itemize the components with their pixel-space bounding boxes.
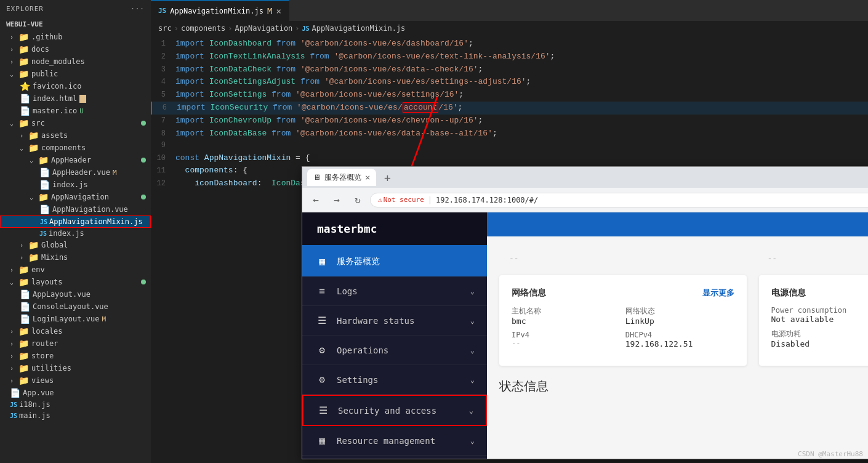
sidebar-item-assets[interactable]: ›📁assets — [0, 129, 151, 142]
top-empty-row: -- -- — [499, 249, 868, 268]
breadcrumb-filename[interactable]: AppNavigationMixin.js — [312, 24, 406, 33]
sidebar-item-locales[interactable]: ›📁locales — [0, 325, 151, 337]
network-title-text: 网络信息 — [512, 288, 546, 299]
sidebar-item-mixins[interactable]: ›📁Mixins — [0, 251, 151, 264]
security-icon: ☰ — [316, 405, 331, 416]
resource-icon: ▦ — [315, 435, 329, 446]
logs-chevron-icon: ⌄ — [470, 287, 475, 296]
browser-content: masterbmc ▦ 服务器概览 ≡ Logs ⌄ ☰ Hardware st… — [302, 212, 868, 459]
sidebar-item-appnavigationmixin[interactable]: JSAppNavigationMixin.js — [0, 215, 151, 228]
sidebar-item-global[interactable]: ›📁Global — [0, 239, 151, 251]
power-consumption-value: Not available — [771, 315, 869, 324]
root-folder: WEBUI-VUE — [0, 18, 151, 31]
tab-bar: JS AppNavigationMixin.js M × — [151, 0, 868, 22]
code-editor: JS AppNavigationMixin.js M × src › compo… — [151, 0, 868, 463]
bmc-nav-logs[interactable]: ≡ Logs ⌄ — [302, 276, 487, 306]
sidebar-item-consolelayout[interactable]: 📄ConsoleLayout.vue — [0, 300, 151, 313]
bmc-nav-operations[interactable]: ⚙ Operations ⌄ — [302, 336, 487, 365]
settings-label: Settings — [337, 375, 378, 385]
browser-tab-label: 服务器概览 — [324, 172, 361, 183]
resource-chevron-icon: ⌄ — [470, 437, 475, 445]
explorer-dots[interactable]: ··· — [131, 5, 145, 13]
browser-tab-close[interactable]: × — [365, 172, 370, 182]
src-modified-dot — [141, 121, 146, 126]
network-info-card: 网络信息 显示更多 主机名称 bmc 网络状态 — [499, 275, 747, 366]
sidebar-item-appnav-index[interactable]: JSindex.js — [0, 228, 151, 239]
sidebar-item-index-html[interactable]: 📄index.html M — [0, 92, 151, 105]
explorer-header: EXPLORER ··· — [0, 0, 151, 18]
tab-appnavigationmixin[interactable]: JS AppNavigationMixin.js M × — [151, 0, 289, 21]
watermark: CSDN @MasterHu88 — [798, 450, 863, 458]
tab-modified-indicator: M — [267, 6, 272, 16]
power-usage-value: Disabled — [771, 339, 869, 348]
sidebar-item-views[interactable]: ›📁views — [0, 374, 151, 387]
sidebar-item-appheader-index[interactable]: 📄index.js — [0, 179, 151, 191]
sidebar-item-i18n[interactable]: JSi18n.js — [0, 399, 151, 410]
sidebar-item-main[interactable]: JSmain.js — [0, 410, 151, 421]
sidebar-item-utilities[interactable]: ›📁utilities — [0, 362, 151, 374]
status-section: 状态信息 — [499, 378, 868, 395]
insecure-warning: ⚠ Not secure — [378, 196, 424, 204]
browser-tab-bar: 🖥 服务器概览 × + — [302, 167, 868, 188]
breadcrumb: src › components › AppNavigation › JS Ap… — [151, 22, 868, 35]
sidebar-item-appnavigation-vue[interactable]: 📄AppNavigation.vue — [0, 203, 151, 215]
power-consumption-label: Power consumption — [771, 306, 869, 315]
code-line-8: 8 import IconDataBase from '@carbon/icon… — [151, 127, 868, 140]
sidebar-item-app-vue[interactable]: 📄App.vue — [0, 387, 151, 399]
code-line-1: 1 import IconDashboard from '@carbon/ico… — [151, 38, 868, 50]
browser-back-button[interactable]: ← — [307, 191, 324, 209]
code-line-2: 2 import IconTextLinkAnalysis from '@car… — [151, 50, 868, 63]
browser-tab-active[interactable]: 🖥 服务器概览 × — [307, 169, 376, 186]
browser-forward-button[interactable]: → — [328, 191, 345, 209]
bmc-nav-settings[interactable]: ⚙ Settings ⌄ — [302, 365, 487, 395]
sidebar-item-node-modules[interactable]: ›📁node_modules — [0, 55, 151, 68]
status-section-title: 状态信息 — [499, 378, 868, 395]
sidebar-item-components[interactable]: ⌄📁components — [0, 142, 151, 154]
bmc-nav-security[interactable]: ☰ Security and access ⌄ — [302, 395, 487, 426]
sidebar-item-master-ico[interactable]: 📄master.ico U — [0, 105, 151, 117]
address-bar[interactable]: ⚠ Not secure | 192.168.174.128:1000/#/ — [370, 193, 868, 207]
browser-new-tab-button[interactable]: + — [379, 169, 396, 186]
breadcrumb-appnavigation[interactable]: AppNavigation — [235, 24, 292, 33]
bmc-nav-hardware[interactable]: ☰ Hardware status ⌄ — [302, 306, 487, 336]
sidebar-item-store[interactable]: ›📁store — [0, 350, 151, 362]
browser-reload-button[interactable]: ↻ — [349, 191, 366, 209]
sidebar-item-docs[interactable]: ›📁docs — [0, 43, 151, 55]
code-line-9: 9 — [151, 140, 868, 151]
sidebar-item-layouts[interactable]: ⌄📁layouts — [0, 276, 151, 288]
sidebar-item-github[interactable]: ›📁.github — [0, 31, 151, 43]
logs-icon: ≡ — [315, 285, 329, 297]
bmc-nav-resource[interactable]: ▦ Resource management ⌄ — [302, 426, 487, 456]
network-status-label: 网络状态 — [625, 306, 734, 316]
breadcrumb-src[interactable]: src — [158, 24, 172, 33]
browser-tab-favicon: 🖥 — [313, 173, 321, 182]
sidebar-item-applayout[interactable]: 📄AppLayout.vue — [0, 288, 151, 300]
sidebar-item-env[interactable]: ›📁env — [0, 264, 151, 276]
hardware-label: Hardware status — [337, 316, 414, 326]
network-status-value: LinkUp — [625, 316, 734, 326]
bmc-logo: masterbmc — [302, 212, 487, 247]
sidebar-item-router[interactable]: ›📁router — [0, 337, 151, 350]
ipv4-row: IPv4 -- DHCPv4 192.168.122.51 — [512, 331, 734, 348]
show-more-link[interactable]: 显示更多 — [702, 288, 734, 299]
breadcrumb-components[interactable]: components — [181, 24, 225, 33]
logs-label: Logs — [337, 286, 358, 296]
sidebar-item-appheader-vue[interactable]: 📄AppHeader.vue M — [0, 166, 151, 179]
tab-close-button[interactable]: × — [276, 6, 281, 16]
sidebar-item-loginlayout[interactable]: 📄LoginLayout.vue M — [0, 313, 151, 325]
ipv4-label: IPv4 — [512, 331, 621, 339]
sidebar-item-appnavigation[interactable]: ⌄📁AppNavigation — [0, 191, 151, 203]
warning-icon: ⚠ — [378, 196, 382, 204]
bmc-dashboard-content: -- -- 网络信息 显示更多 — [487, 236, 868, 417]
hostname-row: 主机名称 bmc 网络状态 LinkUp — [512, 306, 734, 326]
sidebar-item-favicon[interactable]: ⭐favicon.ico — [0, 80, 151, 92]
sidebar-item-appheader[interactable]: ⌄📁AppHeader — [0, 154, 151, 166]
code-line-5: 5 import IconSettings from '@carbon/icon… — [151, 89, 868, 102]
sidebar-item-public[interactable]: ⌄📁public — [0, 68, 151, 80]
power-info-card: 电源信息 Power consumption Not available 电源功… — [759, 275, 869, 366]
power-card-title: 电源信息 — [771, 288, 869, 299]
bmc-nav-overview[interactable]: ▦ 服务器概览 — [302, 247, 487, 276]
dhcpv4-value: 192.168.122.51 — [625, 339, 734, 348]
sidebar-item-src[interactable]: ⌄📁src — [0, 117, 151, 129]
hardware-chevron-icon: ⌄ — [470, 316, 475, 325]
